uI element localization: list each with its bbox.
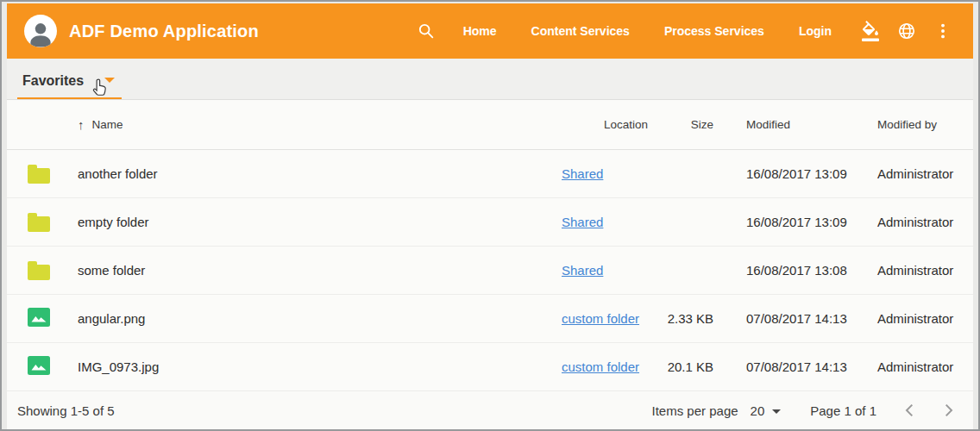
nav-item-home[interactable]: Home <box>463 24 497 38</box>
folder-icon <box>28 216 50 232</box>
file-name-cell[interactable]: angular.png <box>64 311 555 326</box>
column-header-modified-by[interactable]: Modified by <box>855 118 973 131</box>
user-avatar[interactable] <box>24 15 57 47</box>
folder-icon <box>28 168 50 184</box>
image-file-icon <box>28 356 50 375</box>
more-options-button[interactable] <box>928 16 958 46</box>
table-header-row: ↑ Name Location Size Modified Modified b… <box>7 100 973 150</box>
pagination-controls: Items per page 20 Page 1 of 1 <box>652 400 959 421</box>
column-header-size[interactable]: Size <box>650 118 726 131</box>
modified-by-cell: Administrator <box>855 263 973 278</box>
page-status-label: Page 1 of 1 <box>810 403 876 418</box>
modified-date-cell: 16/08/2017 13:09 <box>726 215 855 229</box>
nav-item-process-services[interactable]: Process Services <box>664 24 764 38</box>
document-list: ↑ Name Location Size Modified Modified b… <box>7 100 973 429</box>
previous-page-button[interactable] <box>899 400 920 421</box>
table-row[interactable]: another folder Shared 16/08/2017 13:09 A… <box>7 150 973 198</box>
modified-by-cell: Administrator <box>855 166 973 181</box>
modified-by-cell: Administrator <box>855 215 973 229</box>
search-icon <box>417 22 436 41</box>
app-header: ADF Demo Application Home Content Servic… <box>7 3 973 59</box>
showing-count-label: Showing 1-5 of 5 <box>17 403 115 418</box>
language-globe-icon <box>897 22 916 41</box>
modified-date-cell: 07/08/2017 14:13 <box>726 359 855 374</box>
file-location-cell: Shared <box>555 263 650 278</box>
file-location-cell: Shared <box>555 166 650 181</box>
header-icon-group <box>856 16 958 46</box>
table-row[interactable]: some folder Shared 16/08/2017 13:08 Admi… <box>7 247 973 295</box>
file-name-cell[interactable]: empty folder <box>64 215 555 229</box>
location-link[interactable]: Shared <box>562 166 603 181</box>
file-size-cell: 20.1 KB <box>650 359 726 374</box>
column-header-name[interactable]: ↑ Name <box>64 117 555 132</box>
modified-date-cell: 16/08/2017 13:09 <box>726 166 855 181</box>
user-avatar-icon <box>26 20 55 47</box>
file-type-cell <box>7 212 64 232</box>
dropdown-caret-icon <box>104 78 115 83</box>
file-name-cell[interactable]: another folder <box>64 166 555 181</box>
table-body: another folder Shared 16/08/2017 13:09 A… <box>7 150 973 391</box>
language-button[interactable] <box>892 16 921 46</box>
folder-icon <box>28 265 50 280</box>
search-button[interactable] <box>411 16 441 46</box>
column-header-modified[interactable]: Modified <box>726 118 855 131</box>
table-row[interactable]: IMG_0973.jpg custom folder 20.1 KB 07/08… <box>7 343 973 391</box>
pager <box>899 400 959 421</box>
file-type-cell <box>7 164 64 184</box>
modified-by-cell: Administrator <box>855 359 973 374</box>
location-link[interactable]: Shared <box>562 263 603 278</box>
image-file-icon <box>28 308 50 327</box>
kebab-menu-icon <box>933 22 952 41</box>
file-name-cell[interactable]: IMG_0973.jpg <box>64 359 555 374</box>
modified-date-cell: 16/08/2017 13:08 <box>726 263 855 278</box>
file-type-cell <box>7 308 64 329</box>
nav-item-login[interactable]: Login <box>799 24 832 38</box>
app-title: ADF Demo Application <box>69 22 259 41</box>
file-location-cell: Shared <box>555 215 650 229</box>
table-row[interactable]: empty folder Shared 16/08/2017 13:09 Adm… <box>7 198 973 247</box>
view-selector-bar: Favorites <box>7 59 973 100</box>
dropdown-caret-icon <box>772 409 781 414</box>
file-type-cell <box>7 356 64 378</box>
location-link[interactable]: Shared <box>562 215 603 229</box>
file-name-cell[interactable]: some folder <box>64 263 555 278</box>
chevron-left-icon <box>905 403 914 417</box>
file-size-cell: 2.33 KB <box>650 311 726 326</box>
theme-color-button[interactable] <box>856 16 885 46</box>
pagination-footer: Showing 1-5 of 5 Items per page 20 Page … <box>7 391 973 429</box>
location-link[interactable]: custom folder <box>562 359 639 374</box>
favorites-label: Favorites <box>22 73 84 89</box>
modified-by-cell: Administrator <box>855 311 973 326</box>
app-window: ADF Demo Application Home Content Servic… <box>0 0 980 431</box>
location-link[interactable]: custom folder <box>562 311 639 326</box>
column-header-location[interactable]: Location <box>555 118 650 131</box>
nav-item-content-services[interactable]: Content Services <box>531 24 630 38</box>
file-location-cell: custom folder <box>555 359 650 374</box>
items-per-page-label: Items per page <box>652 403 738 418</box>
main-nav: Home Content Services Process Services L… <box>463 24 832 38</box>
chevron-right-icon <box>945 403 953 417</box>
favorites-dropdown[interactable]: Favorites <box>17 73 122 99</box>
file-location-cell: custom folder <box>555 311 650 326</box>
sort-ascending-icon: ↑ <box>78 117 85 132</box>
table-row[interactable]: angular.png custom folder 2.33 KB 07/08/… <box>7 295 973 343</box>
modified-date-cell: 07/08/2017 14:13 <box>726 311 855 326</box>
items-per-page-select[interactable]: 20 <box>751 403 782 418</box>
adf-app: ADF Demo Application Home Content Servic… <box>7 3 973 429</box>
color-fill-icon <box>860 21 881 41</box>
items-per-page-value: 20 <box>751 403 765 418</box>
file-type-cell <box>7 260 64 280</box>
next-page-button[interactable] <box>939 400 959 421</box>
